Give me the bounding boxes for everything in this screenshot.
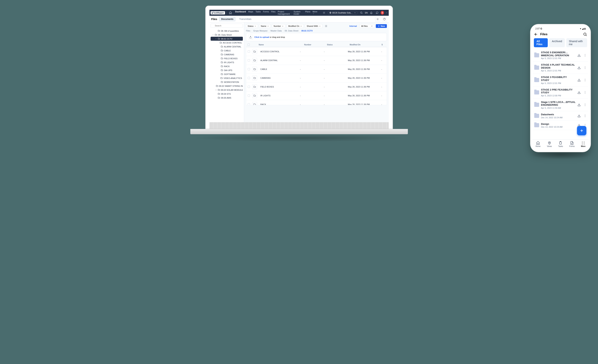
bottomnav-views[interactable]: Views — [547, 141, 552, 147]
tree-item[interactable]: 09.02 SMART STRING INVE… — [211, 84, 243, 88]
download-icon[interactable] — [577, 66, 581, 69]
tree-item[interactable]: ACCESS CONTROL — [211, 41, 243, 45]
tree-item[interactable]: SOFTWARE — [211, 72, 243, 76]
tree-item[interactable]: CABLE — [211, 49, 243, 52]
more-icon[interactable] — [583, 91, 587, 94]
table-row[interactable]: ALARM CENTRAL - - May 28, 2023 11:36 PM … — [246, 56, 387, 65]
phone-tab-archived[interactable]: Archived — [549, 38, 565, 47]
file-list-item[interactable]: STAGE 3 FEASIBILITY STUDY Apr 5, 2023 12… — [533, 74, 588, 86]
col-modified[interactable]: Modified On — [350, 44, 382, 46]
col-number[interactable]: Number — [304, 44, 327, 46]
select-all-checkbox[interactable] — [248, 43, 250, 46]
bottomnav-forms[interactable]: Forms — [569, 141, 574, 147]
bottomnav-home[interactable]: Home — [536, 141, 541, 147]
file-list-item[interactable]: Stage 1 SITE LOCA…EPTUAL ENGINEERING Apr… — [533, 99, 588, 111]
filter-shared-with[interactable]: Shared With — [305, 24, 323, 28]
table-row[interactable]: ACCESS CONTROL - - May 28, 2023 11:36 PM… — [246, 47, 387, 56]
language-switch[interactable]: EN — [365, 12, 367, 14]
settings-button[interactable] — [375, 17, 380, 22]
tree-item[interactable]: 08. Bill of quantities — [211, 29, 243, 33]
row-checkbox[interactable] — [248, 68, 250, 70]
tree-item[interactable]: VIDEO-ANALYTICS — [211, 76, 243, 80]
bottomnav-more[interactable]: More — [581, 141, 585, 147]
row-checkbox[interactable] — [248, 59, 250, 61]
tree-item[interactable]: FIELD BOXES — [211, 56, 243, 60]
tab-documents[interactable]: Documents — [219, 17, 235, 21]
nav-system-model[interactable]: System model — [292, 10, 304, 15]
more-icon[interactable] — [583, 78, 587, 82]
tree-item[interactable]: RACK — [211, 64, 243, 68]
filter-number[interactable]: Number — [272, 24, 285, 28]
file-list-item[interactable]: STAGE 5 ENGINEERI…MMERCIAL OPERATION Apr… — [533, 49, 588, 61]
nav-files[interactable]: Files — [270, 10, 277, 15]
bell-icon[interactable] — [369, 10, 373, 15]
breadcrumb-item[interactable]: Grupo Marquez — [253, 30, 267, 32]
tree-item[interactable]: 09. Data Sheet — [211, 33, 243, 37]
tree-item[interactable]: SAI-UPS — [211, 68, 243, 72]
file-list-item[interactable]: STAGE 4 PLANT TECHNICAL DESIGN Apr 5, 20… — [533, 61, 588, 74]
nav-forms[interactable]: Forms — [262, 10, 270, 15]
breadcrumb-item[interactable]: 09. Data Sheet — [285, 30, 298, 32]
row-checkbox[interactable] — [248, 103, 250, 105]
more-icon[interactable] — [583, 54, 587, 57]
row-checkbox[interactable] — [248, 94, 250, 97]
more-icon[interactable] — [583, 114, 587, 117]
nav-project-management[interactable]: Project management — [277, 10, 292, 15]
breadcrumb-item[interactable]: 09.01 CCTV — [301, 30, 313, 32]
phone-tab-all-files[interactable]: All Files — [534, 38, 548, 47]
search-icon[interactable] — [359, 10, 363, 15]
tree-item[interactable]: WORKSTATION — [211, 80, 243, 84]
fab-add-button[interactable] — [577, 126, 586, 135]
col-s[interactable]: S — [382, 44, 385, 46]
tree-item[interactable]: 09.05 AWS — [211, 96, 243, 100]
breadcrumb-item[interactable]: Master Data — [271, 30, 282, 32]
search-icon[interactable] — [583, 32, 587, 36]
breadcrumb-item[interactable]: Files — [246, 30, 250, 32]
tree-item[interactable]: 09.04 STS — [211, 92, 243, 96]
row-checkbox[interactable] — [248, 50, 250, 53]
filter-name[interactable]: Name — [259, 24, 271, 28]
nav-tasks[interactable]: Tasks — [254, 10, 262, 15]
project-selector[interactable]: 00135 Southlake Solar: ... — [328, 11, 357, 15]
filter-status[interactable]: Status — [246, 24, 258, 28]
bottomnav-tasks[interactable]: Tasks — [558, 141, 563, 147]
table-row[interactable]: IR LIGHTS - - May 28, 2023 11:36 PM - — [246, 91, 387, 100]
download-icon[interactable] — [577, 78, 581, 82]
filter-settings-button[interactable] — [324, 24, 329, 28]
sidebar-search-input[interactable] — [211, 24, 243, 28]
tree-item[interactable]: CAMERAS — [211, 52, 243, 56]
upload-dropzone[interactable]: Click to upload or drag and drop — [246, 33, 387, 41]
download-icon[interactable] — [577, 91, 581, 94]
table-row[interactable]: RACK - - May 28, 2023 11:36 PM - — [246, 100, 387, 105]
tab-transmittals[interactable]: Transmittals — [237, 17, 253, 21]
tree-item[interactable]: IR LIGHTS — [211, 60, 243, 64]
download-icon[interactable] — [577, 54, 581, 57]
table-row[interactable]: CAMERAS - - May 28, 2023 11:36 PM - — [246, 74, 387, 83]
more-icon[interactable] — [583, 103, 587, 107]
row-checkbox[interactable] — [248, 77, 250, 79]
tree-item[interactable]: ALARM CENTRAL — [211, 45, 243, 49]
back-icon[interactable] — [534, 32, 538, 36]
table-row[interactable]: FIELD BOXES - - May 28, 2023 11:36 PM - — [246, 83, 387, 91]
nav-more[interactable]: More — [311, 10, 319, 15]
internal-toggle[interactable]: Internal — [348, 24, 358, 28]
more-icon[interactable] — [583, 66, 587, 69]
col-status[interactable]: Status — [327, 44, 349, 46]
chevron-down-icon[interactable] — [386, 12, 388, 14]
file-list-item[interactable]: STAGE 2 PRE FEASIBILITY STUDY Apr 5, 202… — [533, 86, 588, 99]
nav-maps[interactable]: Maps — [247, 10, 254, 15]
chat-icon[interactable] — [375, 10, 379, 15]
phone-tab-shared-with-me[interactable]: Shared with me — [566, 38, 587, 47]
filter-modified-on[interactable]: Modified On — [287, 24, 304, 28]
nav-plans[interactable]: Plans — [304, 10, 312, 15]
nav-dashboard[interactable]: Dashboard — [234, 10, 247, 15]
avatar[interactable]: S — [381, 11, 384, 15]
file-list-item[interactable]: Datasheets Dec 14, 2022 10:24 AM — [533, 111, 588, 121]
col-name[interactable]: Name — [252, 44, 304, 46]
view-filter-select[interactable]: All files — [359, 24, 375, 28]
tree-item[interactable]: 09.01 CCTV — [211, 37, 243, 41]
tree-item[interactable]: 09.03 SOLAR MODULES — [211, 88, 243, 92]
row-checkbox[interactable] — [248, 86, 250, 88]
new-button[interactable]: New — [376, 24, 387, 28]
gear-icon[interactable] — [322, 10, 326, 15]
